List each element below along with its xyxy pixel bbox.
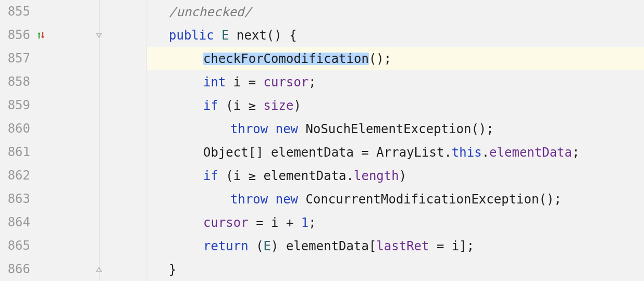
- code-line[interactable]: cursor = i + 1;: [147, 211, 644, 234]
- code-editor[interactable]: 855856857858859860861862863864865866 /un…: [0, 0, 644, 281]
- code-token: lastRet: [376, 240, 429, 252]
- code-line[interactable]: throw new NoSuchElementException();: [147, 117, 644, 140]
- fold-column: [49, 0, 101, 281]
- indent-cell: [101, 47, 147, 70]
- gutter-marker-cell: [33, 70, 49, 94]
- code-token: cursor: [203, 216, 249, 229]
- code-token: throw new: [230, 193, 306, 206]
- gutter-marker-cell: [33, 187, 49, 211]
- gutter-marker-cell: [33, 0, 49, 23]
- step-in-out-icon: [36, 30, 46, 41]
- line-number: 860: [0, 117, 33, 140]
- code-token: = i +: [249, 216, 301, 229]
- code-token: (i ≥ elementData.: [226, 170, 354, 182]
- fold-cell: [49, 187, 101, 211]
- fold-cell: [49, 47, 101, 70]
- gutter-marker-cell: [33, 94, 49, 117]
- code-token: this: [452, 146, 482, 159]
- code-token: if: [203, 99, 226, 112]
- code-line[interactable]: checkForComodification();: [147, 47, 644, 70]
- line-number: 857: [0, 47, 33, 70]
- code-token: size: [264, 99, 294, 112]
- fold-cell: [49, 23, 101, 47]
- indent-guide-line: [146, 0, 146, 281]
- indent-cell: [101, 70, 147, 94]
- line-number-column: 855856857858859860861862863864865866: [0, 0, 33, 281]
- line-number: 866: [0, 258, 33, 281]
- fold-cell: [49, 94, 101, 117]
- code-token: ): [399, 170, 406, 182]
- code-line[interactable]: if (i ≥ elementData.length): [147, 164, 644, 187]
- code-line[interactable]: Object[] elementData = ArrayList.this.el…: [147, 140, 644, 164]
- code-token: ;: [572, 146, 579, 159]
- line-number: 855: [0, 0, 33, 23]
- code-token: E: [221, 29, 229, 42]
- code-token: = i];: [429, 240, 475, 252]
- indent-cell: [101, 0, 147, 23]
- fold-cell: [49, 70, 101, 94]
- code-token: checkForComodification: [203, 53, 369, 65]
- code-token: .: [482, 146, 489, 159]
- indent-cell: [101, 140, 147, 164]
- code-token: public: [169, 29, 221, 42]
- code-token: throw new: [230, 123, 306, 135]
- code-token: ;: [308, 76, 316, 88]
- code-token: Object[] elementData = ArrayList.: [203, 146, 452, 159]
- indent-cell: [101, 94, 147, 117]
- line-number: 862: [0, 164, 33, 187]
- fold-cell: [49, 211, 101, 234]
- line-number: 865: [0, 234, 33, 258]
- code-line[interactable]: }: [147, 258, 644, 281]
- gutter-marker-cell: [33, 211, 49, 234]
- gutter-marker-cell: [33, 164, 49, 187]
- gutter-marker-cell: [33, 234, 49, 258]
- indent-cell: [101, 117, 147, 140]
- code-token: int: [203, 76, 233, 88]
- code-token: cursor: [264, 76, 309, 88]
- gutter-marker-cell: [33, 258, 49, 281]
- fold-cell: [49, 258, 101, 281]
- fold-cell: [49, 117, 101, 140]
- code-token: E: [264, 240, 271, 252]
- code-line[interactable]: public E next() {: [147, 23, 644, 47]
- code-token: return: [203, 240, 256, 252]
- code-column[interactable]: /unchecked/public E next() {checkForComo…: [147, 0, 644, 281]
- indent-cell: [101, 211, 147, 234]
- code-token: i =: [233, 76, 264, 88]
- indent-guide-column: [101, 0, 147, 281]
- line-number: 859: [0, 94, 33, 117]
- indent-cell: [101, 258, 147, 281]
- code-token: ;: [308, 216, 316, 229]
- code-token: length: [354, 170, 399, 182]
- gutter: 855856857858859860861862863864865866: [0, 0, 147, 281]
- code-line[interactable]: return (E) elementData[lastRet = i];: [147, 234, 644, 258]
- code-token: 1: [301, 216, 308, 229]
- gutter-marker-cell: [33, 140, 49, 164]
- code-token: ();: [369, 53, 391, 65]
- code-line[interactable]: int i = cursor;: [147, 70, 644, 94]
- code-token: ConcurrentModificationException();: [306, 193, 562, 206]
- code-token: NoSuchElementException();: [306, 123, 494, 135]
- code-line[interactable]: if (i ≥ size): [147, 94, 644, 117]
- code-token: elementData: [489, 146, 572, 159]
- code-line[interactable]: /unchecked/: [147, 0, 644, 23]
- fold-cell: [49, 234, 101, 258]
- code-token: (: [256, 240, 263, 252]
- code-token: (i ≥: [226, 99, 263, 112]
- code-line[interactable]: throw new ConcurrentModificationExceptio…: [147, 187, 644, 211]
- indent-cell: [101, 187, 147, 211]
- code-token: ): [293, 99, 301, 112]
- code-token: if: [203, 170, 226, 182]
- indent-cell: [101, 164, 147, 187]
- code-token: }: [169, 263, 176, 276]
- gutter-marker-cell: [33, 117, 49, 140]
- line-number: 861: [0, 140, 33, 164]
- indent-cell: [101, 234, 147, 258]
- code-token: next() {: [229, 29, 297, 42]
- gutter-marker-column: [33, 0, 49, 281]
- fold-cell: [49, 164, 101, 187]
- fold-cell: [49, 140, 101, 164]
- gutter-marker-cell: [33, 47, 49, 70]
- line-number: 863: [0, 187, 33, 211]
- gutter-marker-cell: [33, 23, 49, 47]
